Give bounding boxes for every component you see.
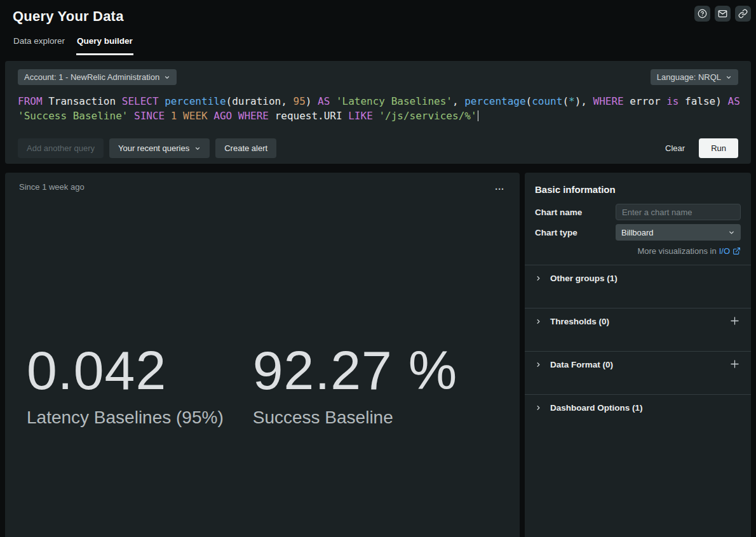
tab-query-builder[interactable]: Query builder	[76, 36, 133, 55]
chevron-right-icon	[535, 275, 542, 282]
more-visualizations-row: More visualizations in I/O	[535, 246, 741, 256]
create-alert-button[interactable]: Create alert	[215, 138, 276, 158]
feedback-button[interactable]	[715, 6, 731, 22]
query-token: LIKE	[348, 110, 373, 122]
query-token: Transaction	[43, 95, 122, 107]
chevron-down-icon	[726, 74, 732, 81]
section-toggle-dashboard-options-1[interactable]: Dashboard Options (1)	[535, 403, 643, 413]
chevron-right-icon	[535, 404, 542, 411]
query-token: ,	[452, 95, 464, 107]
chart-name-label: Chart name	[535, 208, 582, 217]
query-token	[208, 110, 214, 122]
billboard-label: Success Baseline	[253, 408, 458, 428]
plus-icon	[729, 315, 741, 327]
external-link-icon	[732, 247, 741, 255]
billboard-chart: 0.042Latency Baselines (95%)92.27 %Succe…	[27, 343, 457, 428]
chart-menu-button[interactable]: ...	[494, 182, 506, 191]
query-token: 'Latency Baselines'	[336, 95, 452, 107]
io-link[interactable]: I/O	[719, 246, 741, 256]
section-dashboard-options-1: Dashboard Options (1)	[525, 394, 751, 437]
page-title: Query Your Data	[13, 8, 124, 25]
ellipsis-icon: ...	[495, 182, 504, 192]
account-selector[interactable]: Account: 1 - NewRelic Administration	[18, 69, 177, 85]
billboard-value: 92.27 %	[253, 343, 458, 397]
section-label: Data Format (0)	[550, 360, 613, 369]
chart-type-value: Billboard	[621, 228, 654, 237]
section-add-button-thresholds-0[interactable]	[729, 315, 741, 329]
query-token: SINCE	[134, 110, 165, 122]
chart-type-row: Chart type Billboard	[535, 224, 741, 241]
query-token	[159, 95, 165, 107]
recent-queries-button[interactable]: Your recent queries	[109, 138, 210, 158]
clear-button[interactable]: Clear	[663, 138, 687, 158]
chart-preview-panel: Since 1 week ago ... 0.042Latency Baseli…	[5, 173, 520, 537]
add-another-query-button[interactable]: Add another query	[18, 138, 104, 158]
more-visualizations-text: More visualizations in	[637, 246, 716, 256]
help-button[interactable]	[694, 6, 710, 22]
chart-settings-panel: Basic information Chart name Chart type …	[525, 173, 751, 537]
query-builder-panel: Account: 1 - NewRelic Administration Lan…	[5, 61, 751, 164]
nrql-query-editor[interactable]: FROM Transaction SELECT percentile(durat…	[18, 94, 741, 123]
chevron-down-icon	[194, 145, 201, 152]
query-token: SELECT	[122, 95, 159, 107]
query-token: WHERE	[238, 110, 269, 122]
plus-icon	[729, 358, 741, 370]
query-token	[740, 95, 746, 107]
section-data-format-0: Data Format (0)	[525, 351, 751, 394]
time-range-label: Since 1 week ago	[19, 182, 84, 192]
billboard-item-latency-baselines-95: 0.042Latency Baselines (95%)	[27, 343, 224, 428]
query-token: count	[532, 95, 562, 107]
query-token: ),	[575, 95, 593, 107]
query-token: is	[666, 95, 678, 107]
query-token	[373, 110, 379, 122]
chevron-down-icon	[728, 229, 735, 236]
section-add-button-data-format-0[interactable]	[729, 358, 741, 372]
query-token: error	[624, 95, 666, 107]
query-token	[330, 95, 336, 107]
language-selector[interactable]: Language: NRQL	[651, 69, 738, 85]
query-token: percentile	[165, 95, 226, 107]
query-actions-row: Add another query Your recent queries Cr…	[18, 138, 738, 158]
query-token: (	[526, 95, 532, 107]
section-thresholds-0: Thresholds (0)	[525, 308, 751, 351]
query-token: false)	[678, 95, 727, 107]
link-icon	[738, 9, 748, 18]
query-panel-toolbar: Account: 1 - NewRelic Administration Lan…	[5, 61, 751, 85]
tab-data-explorer[interactable]: Data explorer	[13, 36, 65, 55]
section-other-groups-1: Other groups (1)	[525, 265, 751, 308]
text-cursor	[478, 110, 479, 121]
chevron-down-icon	[164, 74, 170, 81]
billboard-item-success-baseline: 92.27 %Success Baseline	[253, 343, 458, 428]
query-token: 95	[294, 95, 306, 107]
chevron-right-icon	[535, 361, 542, 368]
query-token: (duration,	[226, 95, 294, 107]
billboard-value: 0.042	[27, 343, 224, 397]
section-toggle-data-format-0[interactable]: Data Format (0)	[535, 360, 613, 369]
io-link-label: I/O	[719, 246, 730, 256]
chart-type-label: Chart type	[535, 228, 577, 237]
chart-name-row: Chart name	[535, 204, 741, 220]
query-token: percentage	[464, 95, 525, 107]
chart-type-select[interactable]: Billboard	[616, 224, 741, 241]
section-toggle-thresholds-0[interactable]: Thresholds (0)	[535, 317, 609, 326]
run-button[interactable]: Run	[699, 138, 738, 158]
query-token: AGO	[213, 110, 232, 122]
account-selector-label: Account: 1 - NewRelic Administration	[24, 72, 159, 82]
billboard-label: Latency Baselines (95%)	[27, 408, 224, 428]
chart-name-input[interactable]	[616, 204, 741, 220]
query-token: WHERE	[593, 95, 624, 107]
section-label: Other groups (1)	[550, 274, 618, 283]
section-label: Dashboard Options (1)	[550, 403, 643, 413]
help-icon	[698, 9, 707, 18]
mail-icon	[718, 9, 727, 18]
chart-header: Since 1 week ago ...	[5, 173, 520, 192]
section-label: Thresholds (0)	[550, 317, 609, 326]
query-token	[232, 110, 238, 122]
chevron-right-icon	[535, 318, 542, 325]
query-token: '/js/services/%'	[379, 110, 476, 122]
section-toggle-other-groups-1[interactable]: Other groups (1)	[535, 274, 618, 283]
query-token: 1 WEEK	[171, 110, 208, 122]
query-token: )	[306, 95, 318, 107]
query-token: AS	[728, 95, 740, 107]
permalink-button[interactable]	[735, 6, 751, 22]
